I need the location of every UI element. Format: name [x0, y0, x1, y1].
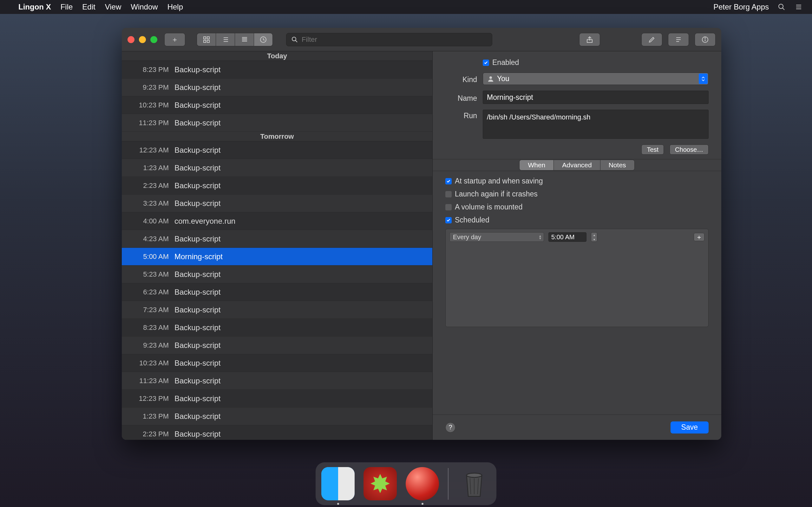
spotlight-icon[interactable]	[777, 3, 786, 11]
name-field[interactable]	[483, 91, 709, 104]
view-schedule-icon[interactable]	[254, 33, 273, 46]
tab-notes[interactable]: Notes	[600, 160, 635, 170]
list-item-time: 4:00 AM	[128, 217, 169, 225]
list-item[interactable]: 2:23 PMBackup-script	[122, 425, 432, 440]
svg-rect-5	[204, 37, 206, 39]
enabled-checkbox[interactable]	[483, 60, 489, 66]
choose-button[interactable]: Choose…	[670, 145, 709, 155]
menu-edit[interactable]: Edit	[82, 3, 95, 11]
list-item[interactable]: 4:00 AMcom.everyone.run	[122, 212, 432, 230]
zoom-button[interactable]	[150, 36, 157, 43]
list-item-name: Backup-script	[174, 118, 426, 127]
list-item-name: Backup-script	[174, 377, 426, 385]
list-item[interactable]: 1:23 AMBackup-script	[122, 159, 432, 177]
help-button[interactable]: ?	[445, 422, 455, 433]
list-item-time: 11:23 PM	[128, 119, 169, 127]
user-icon	[487, 75, 495, 83]
run-label: Run	[445, 110, 477, 120]
list-item-time: 1:23 PM	[128, 412, 169, 420]
list-item[interactable]: 1:23 PMBackup-script	[122, 407, 432, 425]
scheduled-checkbox[interactable]	[445, 217, 452, 223]
menu-file[interactable]: File	[61, 3, 73, 11]
name-label: Name	[445, 92, 477, 103]
interval-popup[interactable]: Every day ▴▾	[450, 232, 544, 242]
kind-popup[interactable]: You	[483, 72, 709, 85]
view-compact-icon[interactable]	[235, 33, 254, 46]
schedule-time-field[interactable]: 5:00 AM	[548, 232, 587, 242]
list-item[interactable]: 10:23 AMBackup-script	[122, 354, 432, 372]
list-item[interactable]: 7:23 AMBackup-script	[122, 301, 432, 319]
minimize-button[interactable]	[139, 36, 146, 43]
close-button[interactable]	[128, 36, 135, 43]
list-item[interactable]: 11:23 PMBackup-script	[122, 114, 432, 132]
info-button[interactable]	[695, 33, 716, 46]
app-name[interactable]: Lingon X	[18, 3, 51, 11]
dock-app-lingon[interactable]	[406, 467, 439, 500]
interval-value: Every day	[453, 233, 481, 241]
list-section-header: Today	[122, 51, 432, 61]
list-item[interactable]: 8:23 AMBackup-script	[122, 319, 432, 337]
startup-checkbox[interactable]	[445, 178, 452, 184]
save-button[interactable]: Save	[670, 421, 709, 434]
menu-help[interactable]: Help	[167, 3, 183, 11]
dock-app-strawberry[interactable]	[363, 467, 397, 500]
list-item-time: 2:23 PM	[128, 430, 169, 438]
view-grid-icon[interactable]	[197, 33, 216, 46]
list-item[interactable]: 8:23 PMBackup-script	[122, 61, 432, 78]
list-item-name: com.everyone.run	[174, 217, 426, 226]
relaunch-checkbox[interactable]	[445, 191, 452, 198]
list-item[interactable]: 5:23 AMBackup-script	[122, 266, 432, 283]
chevron-updown-icon: ▴▾	[539, 234, 541, 239]
kind-label: Kind	[445, 73, 477, 84]
search-field[interactable]	[286, 33, 492, 46]
run-field[interactable]	[483, 110, 709, 139]
list-item[interactable]: 4:23 AMBackup-script	[122, 230, 432, 248]
dock-finder[interactable]	[321, 467, 355, 500]
dock-separator	[448, 468, 449, 500]
list-item-name: Backup-script	[174, 430, 426, 439]
list-item-name: Backup-script	[174, 341, 426, 350]
add-schedule-button[interactable]: ＋	[694, 233, 705, 241]
list-item-time: 9:23 AM	[128, 341, 169, 349]
add-button[interactable]: ＋	[164, 33, 185, 46]
share-button[interactable]	[579, 33, 600, 46]
menu-window[interactable]: Window	[131, 3, 158, 11]
startup-label: At startup and when saving	[455, 177, 543, 185]
menubar-app-title[interactable]: Peter Borg Apps	[713, 3, 769, 11]
tab-advanced[interactable]: Advanced	[554, 160, 600, 170]
view-list-icon[interactable]	[216, 33, 235, 46]
list-item[interactable]: 11:23 AMBackup-script	[122, 372, 432, 390]
time-stepper[interactable]: ▴▾	[591, 232, 597, 242]
list-item[interactable]: 10:23 PMBackup-script	[122, 96, 432, 114]
list-item[interactable]: 12:23 PMBackup-script	[122, 390, 432, 407]
menubar-list-icon[interactable]	[794, 3, 803, 11]
list-item[interactable]: 9:23 AMBackup-script	[122, 337, 432, 354]
list-item[interactable]: 2:23 AMBackup-script	[122, 177, 432, 194]
search-input[interactable]	[302, 36, 488, 44]
volume-checkbox[interactable]	[445, 204, 452, 210]
list-section-header: Tomorrow	[122, 132, 432, 141]
view-mode-segment	[197, 33, 273, 46]
text-button[interactable]	[668, 33, 689, 46]
test-button[interactable]: Test	[641, 145, 664, 155]
tab-when[interactable]: When	[519, 160, 554, 170]
list-item-name: Backup-script	[174, 65, 426, 74]
list-item[interactable]: 6:23 AMBackup-script	[122, 283, 432, 301]
list-item-time: 7:23 AM	[128, 306, 169, 314]
list-item-name: Backup-script	[174, 394, 426, 403]
list-item-name: Backup-script	[174, 164, 426, 172]
list-item[interactable]: 9:23 PMBackup-script	[122, 78, 432, 96]
list-item[interactable]: 3:23 AMBackup-script	[122, 194, 432, 212]
list-item-name: Backup-script	[174, 83, 426, 92]
detail-tabs: When Advanced Notes	[433, 159, 721, 171]
job-list[interactable]: Today8:23 PMBackup-script9:23 PMBackup-s…	[122, 51, 433, 440]
svg-point-27	[705, 38, 705, 38]
menu-view[interactable]: View	[105, 3, 121, 11]
list-item-name: Backup-script	[174, 412, 426, 421]
list-item[interactable]: 5:00 AMMorning-script	[122, 248, 432, 266]
detail-footer: ? Save	[433, 414, 721, 440]
enabled-label: Enabled	[492, 58, 519, 67]
dock-trash[interactable]	[457, 467, 491, 500]
list-item[interactable]: 12:23 AMBackup-script	[122, 141, 432, 159]
edit-button[interactable]	[641, 33, 662, 46]
